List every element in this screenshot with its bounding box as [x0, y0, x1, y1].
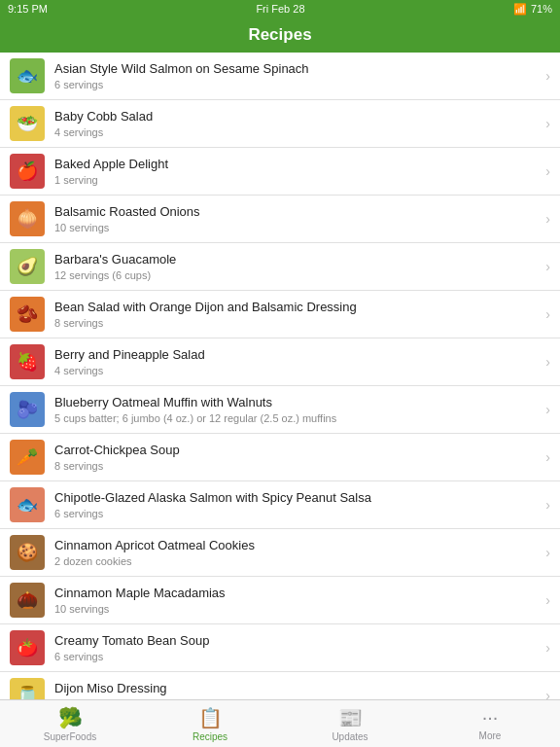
status-bar: 9:15 PM Fri Feb 28 📶 71% [0, 0, 560, 18]
chevron-right-icon: › [545, 545, 550, 560]
superfoods-icon: 🥦 [58, 706, 83, 729]
recipe-name: Asian Style Wild Salmon on Sesame Spinac… [54, 61, 540, 78]
recipe-name: Blueberry Oatmeal Muffin with Walnuts [54, 395, 540, 411]
recipe-servings: 12 servings (6 cups) [54, 269, 540, 281]
recipe-name: Cinnamon Maple Macadamias [54, 586, 540, 602]
tab-recipes-label: Recipes [192, 731, 228, 742]
recipe-name: Barbara's Guacamole [54, 252, 540, 268]
recipe-thumbnail: 🌰 [10, 583, 45, 618]
recipe-info: Berry and Pineapple Salad4 servings [54, 347, 540, 376]
chevron-right-icon: › [545, 163, 550, 179]
recipe-info: Baked Apple Delight1 serving [54, 157, 540, 186]
chevron-right-icon: › [545, 116, 550, 131]
recipe-item[interactable]: 🌰Cinnamon Maple Macadamias10 servings› [0, 577, 560, 624]
recipe-info: Asian Style Wild Salmon on Sesame Spinac… [54, 61, 540, 90]
recipe-thumbnail: 🍅 [10, 630, 45, 665]
recipe-name: Dijon Miso Dressing [54, 681, 540, 697]
recipe-servings: 8 servings [54, 460, 540, 472]
chevron-right-icon: › [545, 68, 550, 84]
tab-superfoods[interactable]: 🥦 SuperFoods [0, 706, 140, 742]
tab-bar: 🥦 SuperFoods 📋 Recipes 📰 Updates ··· Mor… [0, 699, 560, 747]
recipe-item[interactable]: 🥑Barbara's Guacamole12 servings (6 cups)… [0, 243, 560, 291]
status-time: 9:15 PM [8, 3, 48, 15]
chevron-right-icon: › [545, 497, 550, 513]
recipe-name: Cinnamon Apricot Oatmeal Cookies [54, 538, 540, 554]
recipe-thumbnail: 🥗 [10, 106, 45, 141]
tab-recipes[interactable]: 📋 Recipes [140, 706, 280, 742]
recipe-thumbnail: 🍪 [10, 535, 45, 570]
recipe-info: Cinnamon Apricot Oatmeal Cookies2 dozen … [54, 538, 540, 567]
chevron-right-icon: › [545, 211, 550, 227]
recipe-name: Balsamic Roasted Onions [54, 204, 540, 221]
chevron-right-icon: › [545, 259, 550, 274]
battery-label: 71% [531, 3, 552, 15]
tab-updates-label: Updates [332, 731, 368, 742]
recipe-servings: 4 servings [54, 126, 540, 138]
recipe-item[interactable]: 🐟Chipotle-Glazed Alaska Salmon with Spic… [0, 481, 560, 529]
updates-icon: 📰 [338, 706, 363, 729]
nav-title: Recipes [248, 25, 311, 44]
chevron-right-icon: › [545, 354, 550, 370]
recipe-name: Baby Cobb Salad [54, 109, 540, 125]
recipe-item[interactable]: 🫙Dijon Miso Dressing8 servings› [0, 672, 560, 699]
chevron-right-icon: › [545, 449, 550, 465]
recipe-name: Creamy Tomato Bean Soup [54, 633, 540, 650]
recipe-name: Chipotle-Glazed Alaska Salmon with Spicy… [54, 490, 540, 507]
tab-more-label: More [479, 730, 502, 741]
recipe-name: Baked Apple Delight [54, 157, 540, 173]
recipe-info: Bean Salad with Orange Dijon and Balsami… [54, 300, 540, 329]
recipe-servings: 4 servings [54, 365, 540, 376]
chevron-right-icon: › [545, 640, 550, 656]
tab-superfoods-label: SuperFoods [44, 731, 96, 742]
status-icons: 📶 71% [513, 3, 552, 16]
recipe-servings: 5 cups batter; 6 jumbo (4 oz.) or 12 reg… [54, 412, 540, 424]
recipe-item[interactable]: 🍪Cinnamon Apricot Oatmeal Cookies2 dozen… [0, 529, 560, 577]
recipe-info: Carrot-Chickpea Soup8 servings [54, 443, 540, 472]
recipe-name: Berry and Pineapple Salad [54, 347, 540, 364]
recipe-item[interactable]: 🥕Carrot-Chickpea Soup8 servings› [0, 434, 560, 481]
recipes-icon: 📋 [198, 706, 223, 729]
recipe-list[interactable]: 🐟Asian Style Wild Salmon on Sesame Spina… [0, 53, 560, 699]
recipe-info: Blueberry Oatmeal Muffin with Walnuts5 c… [54, 395, 540, 424]
recipe-thumbnail: 🥑 [10, 249, 45, 284]
recipe-item[interactable]: 🫐Blueberry Oatmeal Muffin with Walnuts5 … [0, 386, 560, 434]
recipe-thumbnail: 🥕 [10, 440, 45, 475]
chevron-right-icon: › [545, 592, 550, 608]
more-icon: ··· [482, 706, 499, 729]
recipe-thumbnail: 🧅 [10, 201, 45, 236]
nav-bar: Recipes [0, 18, 560, 53]
recipe-item[interactable]: 🍓Berry and Pineapple Salad4 servings› [0, 338, 560, 386]
recipe-thumbnail: 🐟 [10, 487, 45, 522]
recipe-servings: 6 servings [54, 508, 540, 519]
recipe-thumbnail: 🫙 [10, 678, 45, 699]
recipe-thumbnail: 🍓 [10, 344, 45, 379]
recipe-servings: 10 servings [54, 603, 540, 615]
recipe-item[interactable]: 🧅Balsamic Roasted Onions10 servings› [0, 196, 560, 243]
chevron-right-icon: › [545, 402, 550, 417]
recipe-servings: 6 servings [54, 79, 540, 90]
recipe-name: Bean Salad with Orange Dijon and Balsami… [54, 300, 540, 316]
recipe-thumbnail: 🐟 [10, 58, 45, 93]
recipe-item[interactable]: 🫘Bean Salad with Orange Dijon and Balsam… [0, 291, 560, 338]
recipe-thumbnail: 🫘 [10, 297, 45, 332]
recipe-item[interactable]: 🍎Baked Apple Delight1 serving› [0, 148, 560, 196]
recipe-item[interactable]: 🥗Baby Cobb Salad4 servings› [0, 100, 560, 148]
recipe-item[interactable]: 🐟Asian Style Wild Salmon on Sesame Spina… [0, 53, 560, 100]
recipe-info: Dijon Miso Dressing8 servings [54, 681, 540, 699]
recipe-info: Chipotle-Glazed Alaska Salmon with Spicy… [54, 490, 540, 519]
recipe-servings: 10 servings [54, 222, 540, 233]
recipe-name: Carrot-Chickpea Soup [54, 443, 540, 459]
recipe-info: Cinnamon Maple Macadamias10 servings [54, 586, 540, 615]
recipe-item[interactable]: 🍅Creamy Tomato Bean Soup6 servings› [0, 624, 560, 672]
tab-more[interactable]: ··· More [420, 706, 560, 741]
chevron-right-icon: › [545, 688, 550, 699]
status-date: Fri Feb 28 [256, 3, 304, 15]
recipe-info: Barbara's Guacamole12 servings (6 cups) [54, 252, 540, 281]
recipe-thumbnail: 🍎 [10, 154, 45, 189]
wifi-icon: 📶 [513, 3, 527, 16]
recipe-info: Balsamic Roasted Onions10 servings [54, 204, 540, 233]
tab-updates[interactable]: 📰 Updates [280, 706, 420, 742]
recipe-info: Creamy Tomato Bean Soup6 servings [54, 633, 540, 662]
recipe-servings: 8 servings [54, 317, 540, 329]
chevron-right-icon: › [545, 306, 550, 322]
